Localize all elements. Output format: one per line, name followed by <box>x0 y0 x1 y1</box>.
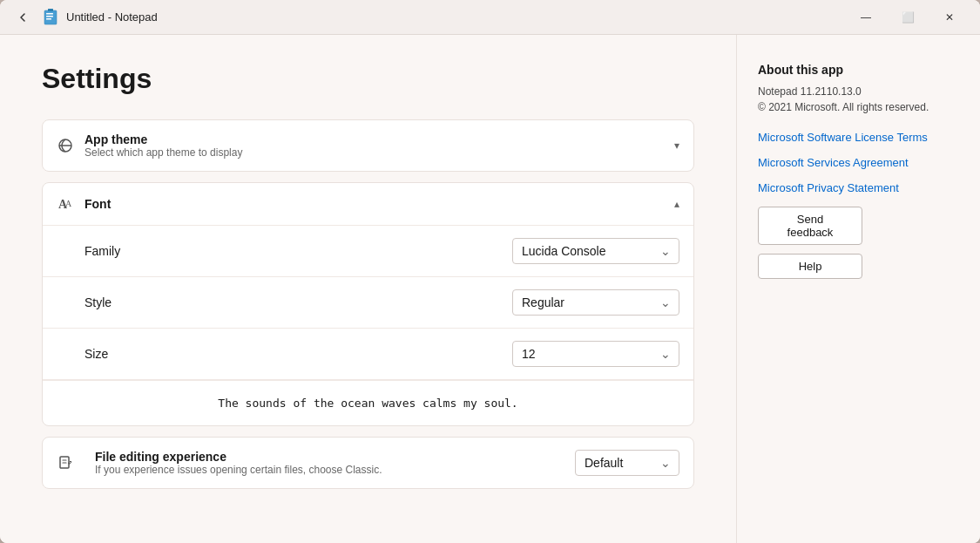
font-size-row: Size 10 11 12 14 16 <box>43 329 693 380</box>
app-theme-text: App theme Select which app theme to disp… <box>84 132 674 159</box>
notepad-icon <box>42 9 59 26</box>
font-icon: A A <box>57 195 74 213</box>
font-style-select[interactable]: Regular Bold Italic Bold Italic <box>512 289 679 316</box>
version-text: Notepad 11.2110.13.0 <box>758 85 959 98</box>
font-family-select[interactable]: Lucida Console Consolas Courier New Casc… <box>512 238 679 264</box>
settings-heading: Settings <box>42 63 694 95</box>
file-edit-icon <box>57 454 74 472</box>
close-button[interactable]: ✕ <box>929 3 970 31</box>
sidebar: About this app Notepad 11.2110.13.0 © 20… <box>736 35 980 543</box>
font-size-select[interactable]: 10 11 12 14 16 <box>512 341 679 367</box>
file-editing-label: File editing experience <box>95 450 575 464</box>
services-link[interactable]: Microsoft Services Agreement <box>758 156 959 169</box>
file-editing-select[interactable]: Default Classic <box>575 450 679 476</box>
file-editing-header[interactable]: File editing experience If you experienc… <box>43 438 693 488</box>
about-title: About this app <box>758 63 959 77</box>
font-preview: The sounds of the ocean waves calms my s… <box>43 380 693 425</box>
svg-text:A: A <box>65 199 72 208</box>
privacy-link[interactable]: Microsoft Privacy Statement <box>758 181 959 194</box>
font-family-label: Family <box>84 244 512 258</box>
file-editing-select-wrapper: Default Classic <box>575 450 679 476</box>
app-theme-header[interactable]: App theme Select which app theme to disp… <box>43 120 693 171</box>
file-editing-sublabel: If you experience issues opening certain… <box>95 464 575 476</box>
file-editing-section: File editing experience If you experienc… <box>42 437 694 489</box>
minimize-button[interactable]: — <box>846 3 886 31</box>
font-family-select-wrapper: Lucida Console Consolas Courier New Casc… <box>512 238 679 264</box>
app-theme-sublabel: Select which app theme to display <box>84 146 674 159</box>
license-link[interactable]: Microsoft Software License Terms <box>758 131 959 144</box>
app-window: Untitled - Notepad — ⬜ ✕ Settings <box>0 0 980 543</box>
svg-rect-4 <box>48 9 53 11</box>
svg-rect-2 <box>46 16 53 17</box>
preview-text: The sounds of the ocean waves calms my s… <box>218 397 517 410</box>
svg-rect-1 <box>46 13 53 15</box>
font-section-header[interactable]: A A Font ▴ <box>43 183 693 226</box>
font-size-label: Size <box>84 347 512 361</box>
file-editing-text: File editing experience If you experienc… <box>95 450 575 476</box>
titlebar: Untitled - Notepad — ⬜ ✕ <box>0 0 980 35</box>
font-label: Font <box>84 197 674 211</box>
font-style-select-wrapper: Regular Bold Italic Bold Italic <box>512 289 679 316</box>
help-button[interactable]: Help <box>758 254 862 279</box>
copyright-text: © 2021 Microsoft. All rights reserved. <box>758 101 959 113</box>
window-controls: — ⬜ ✕ <box>846 3 970 31</box>
svg-rect-0 <box>44 10 57 24</box>
font-family-row: Family Lucida Console Consolas Courier N… <box>43 226 693 277</box>
app-theme-chevron: ▾ <box>674 139 679 152</box>
app-theme-label: App theme <box>84 132 674 146</box>
font-chevron: ▴ <box>674 198 679 210</box>
font-size-select-wrapper: 10 11 12 14 16 <box>512 341 679 367</box>
font-style-label: Style <box>84 295 512 309</box>
font-style-row: Style Regular Bold Italic Bold Italic <box>43 277 693 329</box>
svg-rect-3 <box>46 18 51 20</box>
main-content: Settings App theme Select which app them… <box>0 35 980 543</box>
send-feedback-button[interactable]: Send feedback <box>758 207 862 245</box>
back-button[interactable] <box>10 5 35 30</box>
font-section: A A Font ▴ Family Lucida Console Consola… <box>42 182 694 426</box>
window-title: Untitled - Notepad <box>66 10 846 24</box>
settings-panel: Settings App theme Select which app them… <box>0 35 736 543</box>
maximize-button[interactable]: ⬜ <box>888 3 928 31</box>
app-theme-section: App theme Select which app theme to disp… <box>42 119 694 172</box>
theme-icon <box>57 137 74 154</box>
